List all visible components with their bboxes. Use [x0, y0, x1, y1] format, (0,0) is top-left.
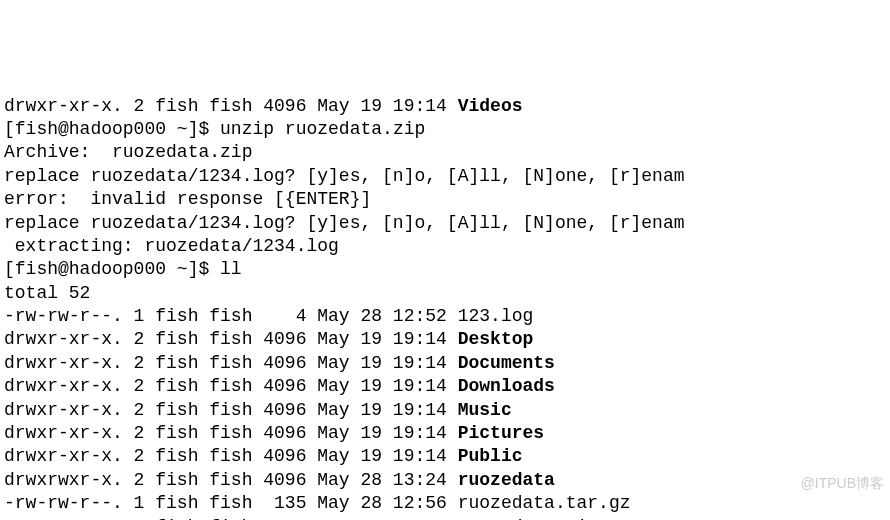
terminal-line: [fish@hadoop000 ~]$ unzip ruozedata.zip: [4, 118, 886, 141]
terminal-line: drwxr-xr-x. 2 fish fish 4096 May 19 19:1…: [4, 375, 886, 398]
file-name: Public: [458, 446, 523, 466]
terminal-line: replace ruozedata/1234.log? [y]es, [n]o,…: [4, 212, 886, 235]
terminal-line: [fish@hadoop000 ~]$ ll: [4, 258, 886, 281]
watermark-text: @ITPUB博客: [801, 474, 884, 492]
file-name: Pictures: [458, 423, 544, 443]
terminal-line: drwxr-xr-x. 2 fish fish 4096 May 19 19:1…: [4, 352, 886, 375]
terminal-line: Archive: ruozedata.zip: [4, 141, 886, 164]
file-name: Downloads: [458, 376, 555, 396]
terminal-line: -rw-rw-r--. 1 fish fish 191 May 28 13:22…: [4, 516, 886, 520]
terminal-line: drwxr-xr-x. 2 fish fish 4096 May 19 19:1…: [4, 445, 886, 468]
file-name: Desktop: [458, 329, 534, 349]
terminal-line: -rw-rw-r--. 1 fish fish 4 May 28 12:52 1…: [4, 305, 886, 328]
terminal-line: extracting: ruozedata/1234.log: [4, 235, 886, 258]
file-name: ruozedata: [458, 470, 555, 490]
shell-prompt: [fish@hadoop000 ~]$: [4, 119, 209, 139]
file-name: Videos: [458, 96, 523, 116]
terminal-line: drwxr-xr-x. 2 fish fish 4096 May 19 19:1…: [4, 95, 886, 118]
terminal-line: replace ruozedata/1234.log? [y]es, [n]o,…: [4, 165, 886, 188]
file-name: ruozedata.zip: [458, 517, 598, 520]
command-text: ll: [220, 259, 242, 279]
file-name: ruozedata.tar.gz: [458, 493, 631, 513]
file-name: Documents: [458, 353, 555, 373]
terminal-line: -rw-rw-r--. 1 fish fish 135 May 28 12:56…: [4, 492, 886, 515]
terminal-line: error: invalid response [{ENTER}]: [4, 188, 886, 211]
command-text: unzip ruozedata.zip: [220, 119, 425, 139]
terminal-line: drwxr-xr-x. 2 fish fish 4096 May 19 19:1…: [4, 328, 886, 351]
terminal-line: drwxr-xr-x. 2 fish fish 4096 May 19 19:1…: [4, 422, 886, 445]
file-name: Music: [458, 400, 512, 420]
terminal-line: total 52: [4, 282, 886, 305]
file-name: 123.log: [458, 306, 534, 326]
shell-prompt: [fish@hadoop000 ~]$: [4, 259, 209, 279]
terminal-output[interactable]: drwxr-xr-x. 2 fish fish 4096 May 19 19:1…: [4, 95, 886, 520]
terminal-line: drwxr-xr-x. 2 fish fish 4096 May 19 19:1…: [4, 399, 886, 422]
terminal-line: drwxrwxr-x. 2 fish fish 4096 May 28 13:2…: [4, 469, 886, 492]
